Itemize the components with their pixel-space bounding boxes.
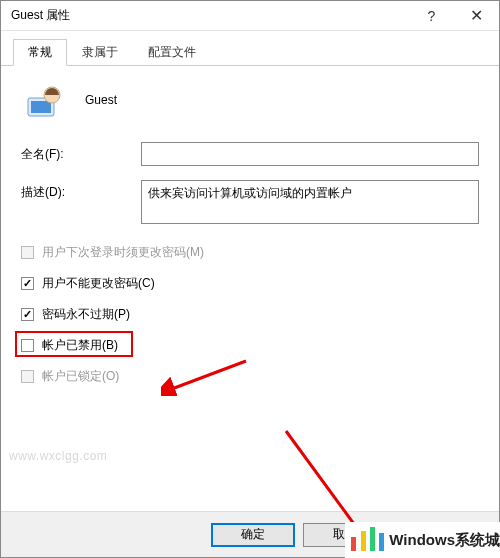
close-button[interactable]: ✕ [454, 1, 499, 31]
must-change-password-checkbox [21, 246, 34, 259]
properties-dialog: Guest 属性 ? ✕ 常规 隶属于 配置文件 Guest 全名(F): [0, 0, 500, 558]
tab-profile[interactable]: 配置文件 [133, 39, 211, 66]
cannot-change-password-label: 用户不能更改密码(C) [42, 275, 155, 292]
brand-overlay: Windows 系统城 [345, 522, 500, 558]
window-title: Guest 属性 [1, 7, 409, 24]
account-locked-checkbox [21, 370, 34, 383]
ok-button[interactable]: 确定 [211, 523, 295, 547]
password-never-expires-checkbox[interactable] [21, 308, 34, 321]
brand-bars-icon [351, 527, 385, 554]
tab-general[interactable]: 常规 [13, 39, 67, 66]
svg-rect-1 [31, 101, 51, 113]
watermark-text: www.wxclgg.com [9, 449, 107, 463]
password-never-expires-label: 密码永不过期(P) [42, 306, 130, 323]
account-disabled-label: 帐户已禁用(B) [42, 337, 118, 354]
titlebar: Guest 属性 ? ✕ [1, 1, 499, 31]
fullname-input[interactable] [141, 142, 479, 166]
password-never-expires-row[interactable]: 密码永不过期(P) [21, 306, 479, 323]
account-locked-row: 帐户已锁定(O) [21, 368, 479, 385]
help-button[interactable]: ? [409, 1, 454, 31]
must-change-password-label: 用户下次登录时须更改密码(M) [42, 244, 204, 261]
tab-content: Guest 全名(F): 描述(D): 供来宾访问计算机或访问域的内置帐户 用户… [1, 66, 499, 511]
user-header: Guest [21, 82, 479, 118]
tab-row: 常规 隶属于 配置文件 [1, 31, 499, 66]
checkbox-group: 用户下次登录时须更改密码(M) 用户不能更改密码(C) 密码永不过期(P) 帐户… [21, 244, 479, 385]
fullname-label: 全名(F): [21, 142, 141, 163]
must-change-password-row: 用户下次登录时须更改密码(M) [21, 244, 479, 261]
account-disabled-row[interactable]: 帐户已禁用(B) [21, 337, 479, 354]
brand-main: Windows [389, 531, 455, 548]
cannot-change-password-row[interactable]: 用户不能更改密码(C) [21, 275, 479, 292]
fullname-row: 全名(F): [21, 142, 479, 166]
brand-sub: 系统城 [455, 531, 500, 550]
brand-text: Windows 系统城 [389, 531, 500, 550]
user-icon [25, 82, 61, 118]
description-input[interactable]: 供来宾访问计算机或访问域的内置帐户 [141, 180, 479, 224]
tab-memberof[interactable]: 隶属于 [67, 39, 133, 66]
account-disabled-checkbox[interactable] [21, 339, 34, 352]
user-name: Guest [85, 93, 117, 107]
account-locked-label: 帐户已锁定(O) [42, 368, 119, 385]
cannot-change-password-checkbox[interactable] [21, 277, 34, 290]
description-row: 描述(D): 供来宾访问计算机或访问域的内置帐户 [21, 180, 479, 224]
description-label: 描述(D): [21, 180, 141, 201]
